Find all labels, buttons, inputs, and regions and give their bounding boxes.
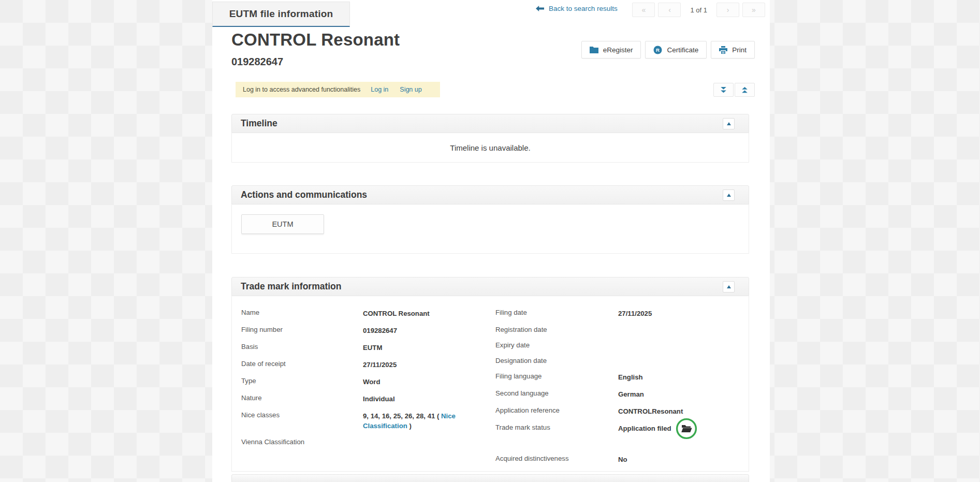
eregister-button-label: eRegister	[603, 46, 633, 54]
field-row-registration-date: Registration date	[495, 322, 739, 338]
field-label: Registration date	[495, 326, 618, 334]
eutm-file-information-tab[interactable]: EUTM file information	[212, 2, 350, 27]
field-row-second-language: Second languageGerman	[495, 386, 739, 403]
timeline-section-body: Timeline is unavailable.	[231, 133, 749, 163]
trademark-fields-right-column: Filing date27/11/2025Registration dateEx…	[495, 305, 739, 471]
field-label: Filing date	[495, 309, 618, 317]
log-in-link[interactable]: Log in	[371, 86, 388, 93]
chevron-up-icon	[727, 285, 731, 288]
page-background: { "colors":{"accent_blue":"#2b7da7","lin…	[0, 0, 980, 482]
field-value-text: 9, 14, 16, 25, 26, 28, 41 (	[363, 412, 441, 420]
actions-collapse-button[interactable]	[723, 189, 735, 201]
timeline-section: Timeline Timeline is unavailable.	[231, 114, 749, 163]
certificate-button[interactable]: R Certificate	[645, 41, 707, 59]
field-value: Application filed	[618, 423, 739, 433]
field-value: EUTM	[363, 343, 477, 353]
trademark-section-title: Trade mark information	[241, 281, 342, 292]
login-notice-bar: Log in to access advanced functionalitie…	[236, 82, 440, 97]
back-to-search-results-link[interactable]: Back to search results	[536, 5, 618, 12]
trademark-section-body: NameCONTROL ResonantFiling number0192826…	[231, 296, 749, 472]
actions-section-title: Actions and communications	[241, 189, 367, 200]
field-value: Word	[363, 377, 477, 387]
pager-position-label: 1 of 1	[690, 6, 707, 14]
field-value: German	[618, 389, 739, 399]
timeline-unavailable-message: Timeline is unavailable.	[450, 143, 530, 152]
trademark-fields-left-column: NameCONTROL ResonantFiling number0192826…	[241, 305, 495, 471]
printer-icon	[719, 46, 727, 54]
field-row-filing-number: Filing number019282647	[241, 322, 495, 339]
field-row-type: TypeWord	[241, 373, 495, 390]
field-label: Application reference	[495, 406, 618, 415]
login-notice-message: Log in to access advanced functionalitie…	[243, 86, 360, 93]
sign-up-link[interactable]: Sign up	[400, 86, 421, 93]
field-row-nice-classes: Nice classes9, 14, 16, 25, 26, 28, 41 ( …	[241, 407, 495, 434]
trademark-name-title: CONTROL Resonant	[231, 30, 400, 50]
document-toolbar: eRegister R Certificate Print	[581, 41, 755, 59]
field-row-date-of-receipt: Date of receipt27/11/2025	[241, 356, 495, 373]
double-chevron-down-icon	[720, 86, 727, 94]
back-link-label: Back to search results	[549, 5, 618, 12]
field-value: 27/11/2025	[618, 309, 739, 318]
field-value: CONTROL Resonant	[363, 309, 477, 318]
field-label: Designation date	[495, 357, 618, 365]
collapse-all-button[interactable]	[735, 83, 755, 97]
field-label: Basis	[241, 343, 363, 351]
timeline-collapse-button[interactable]	[723, 118, 735, 129]
timeline-section-header: Timeline	[231, 114, 749, 133]
field-value: 9, 14, 16, 25, 26, 28, 41 ( Nice Classif…	[363, 411, 477, 431]
pager-last-button[interactable]: »	[742, 3, 765, 17]
pager-first-button[interactable]: «	[632, 3, 655, 17]
next-section-header-partial[interactable]	[231, 474, 749, 482]
eutm-filter-tab[interactable]: EUTM	[241, 214, 324, 234]
filing-number-subtitle: 019282647	[231, 56, 283, 68]
print-button[interactable]: Print	[711, 41, 755, 59]
field-value: CONTROLResonant	[618, 406, 739, 416]
actions-section-header: Actions and communications	[231, 185, 749, 205]
field-value: 27/11/2025	[363, 360, 477, 370]
field-row-trade-mark-status: Trade mark statusApplication filed	[495, 420, 739, 437]
tab-label: EUTM file information	[229, 8, 333, 20]
field-row-nature: NatureIndividual	[241, 390, 495, 407]
trademark-collapse-button[interactable]	[723, 281, 735, 293]
field-label: Second language	[495, 389, 618, 398]
trademark-section-header: Trade mark information	[231, 277, 749, 296]
eregister-button[interactable]: eRegister	[581, 41, 641, 59]
double-chevron-up-icon	[741, 86, 749, 94]
trademark-information-section: Trade mark information NameCONTROL Reson…	[231, 277, 749, 472]
field-row-acquired-distinctiveness: Acquired distinctivenessNo	[495, 451, 739, 468]
field-label: Type	[241, 377, 363, 385]
chevron-up-icon	[727, 194, 731, 197]
timeline-section-title: Timeline	[241, 118, 277, 129]
pager-next-button[interactable]: ›	[716, 3, 739, 17]
field-row-vienna-classification: Vienna Classification	[241, 434, 495, 450]
field-label: Acquired distinctiveness	[495, 455, 618, 463]
print-button-label: Print	[732, 46, 747, 54]
field-row-basis: BasisEUTM	[241, 339, 495, 356]
field-row-filing-language: Filing languageEnglish	[495, 369, 739, 386]
svg-text:R: R	[656, 47, 660, 53]
folder-icon	[590, 46, 598, 53]
field-row-name: NameCONTROL Resonant	[241, 305, 495, 322]
field-value: English	[618, 372, 739, 382]
field-label: Expiry date	[495, 341, 618, 349]
field-label: Filing language	[495, 372, 618, 381]
field-label: Filing number	[241, 326, 363, 334]
field-value: 019282647	[363, 326, 477, 335]
field-label: Date of receipt	[241, 360, 363, 368]
pager-previous-button[interactable]: ‹	[658, 3, 681, 17]
field-row-application-reference: Application referenceCONTROLResonant	[495, 403, 739, 420]
field-label: Name	[241, 309, 363, 317]
certificate-button-label: Certificate	[667, 46, 698, 54]
field-value-suffix: )	[407, 422, 412, 430]
field-row-expiry-date: Expiry date	[495, 338, 739, 353]
field-label: Nature	[241, 394, 363, 402]
field-value: No	[618, 455, 739, 464]
registered-mark-icon: R	[653, 46, 662, 54]
field-row-filing-date: Filing date27/11/2025	[495, 305, 739, 322]
status-icon-wrap	[676, 418, 697, 440]
result-pager: « ‹ 1 of 1 › »	[632, 3, 765, 17]
field-label: Trade mark status	[495, 423, 618, 432]
actions-section-body: EUTM	[231, 205, 749, 254]
expand-all-button[interactable]	[713, 83, 734, 97]
back-arrow-icon	[536, 6, 544, 11]
